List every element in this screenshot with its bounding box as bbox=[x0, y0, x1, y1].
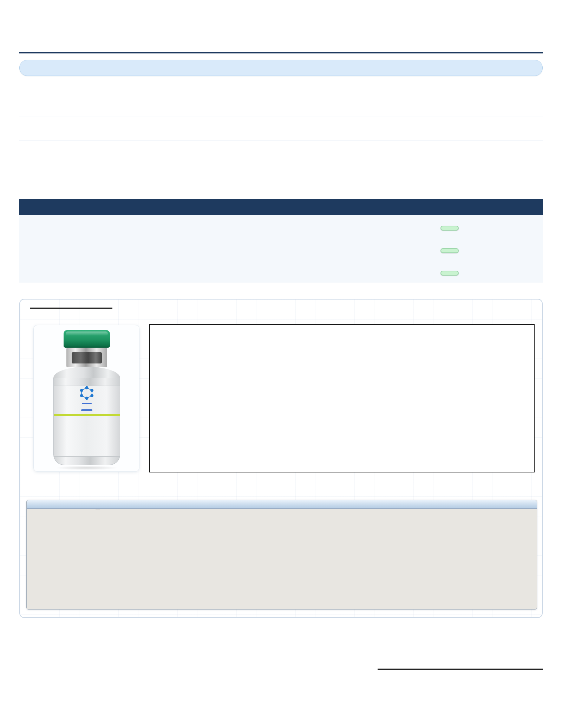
product-info-grid bbox=[19, 94, 543, 95]
test-results-table bbox=[19, 199, 543, 283]
vial-qc-code bbox=[54, 414, 120, 416]
vial-body bbox=[53, 378, 120, 465]
signature-rule bbox=[378, 669, 543, 670]
chrom-plot bbox=[150, 325, 534, 472]
table-header bbox=[19, 199, 543, 215]
ms-window-titlebar bbox=[27, 500, 537, 509]
dates-bar bbox=[19, 60, 543, 76]
coa-document bbox=[0, 0, 562, 728]
ms-plot bbox=[27, 500, 537, 609]
mass-spectrum-chart bbox=[26, 500, 537, 610]
field-sample-name bbox=[161, 94, 296, 95]
separator bbox=[19, 141, 543, 141]
vial bbox=[53, 327, 120, 468]
vial-crimp-seal bbox=[66, 348, 107, 367]
vial-shadow bbox=[55, 466, 118, 470]
separator bbox=[19, 116, 543, 116]
signature-script bbox=[372, 632, 542, 641]
table-row bbox=[19, 215, 543, 238]
header-rule bbox=[19, 52, 543, 53]
field-lot-number bbox=[433, 94, 543, 95]
hplc-heading bbox=[26, 307, 116, 309]
field-vendor bbox=[19, 94, 161, 95]
vial-shoulder bbox=[53, 367, 120, 379]
table-row bbox=[19, 260, 543, 283]
vial-label bbox=[54, 386, 120, 457]
vial-cap bbox=[64, 330, 110, 348]
molecule-icon bbox=[79, 386, 94, 400]
table-body bbox=[19, 215, 543, 283]
vial-stopper bbox=[72, 352, 102, 363]
ms-peak2-label bbox=[469, 547, 472, 547]
ms-peak1-label bbox=[96, 509, 100, 509]
retention-time-value bbox=[30, 307, 112, 309]
status-badge bbox=[440, 248, 459, 253]
vial-dose-badge bbox=[82, 403, 92, 404]
status-badge bbox=[440, 226, 459, 231]
status-badge bbox=[440, 271, 459, 276]
hplc-chromatogram-chart bbox=[149, 324, 535, 472]
product-vial-photo bbox=[33, 325, 139, 472]
table-row bbox=[19, 238, 543, 260]
vial-batch-badge bbox=[81, 409, 92, 411]
analytical-data-panel bbox=[19, 299, 543, 618]
field-sample-type bbox=[297, 94, 433, 95]
